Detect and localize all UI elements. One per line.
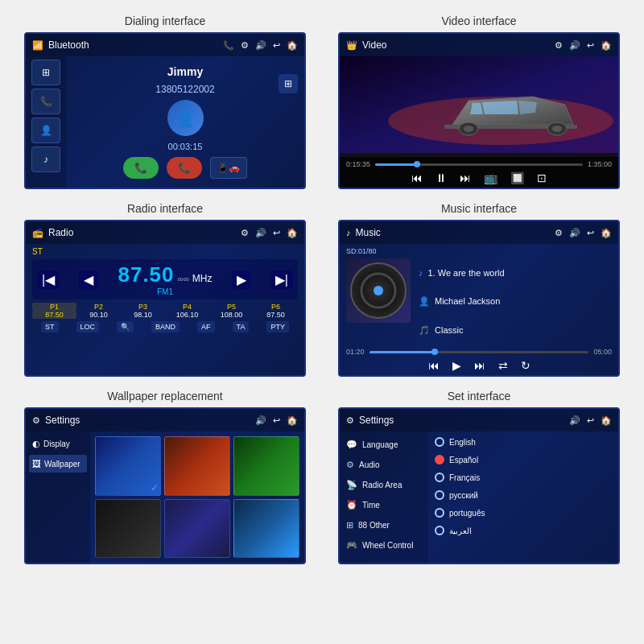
dial-keypad-btn[interactable]: ⊞ — [31, 60, 60, 85]
caller-name: Jimmy — [167, 65, 203, 78]
preset-4[interactable]: P4 106.10 — [165, 303, 209, 319]
set-wheel[interactable]: 🎮 Wheel Control — [340, 535, 428, 555]
wallpaper-back-icon[interactable]: ↩ — [273, 415, 280, 426]
keypad-toggle[interactable]: ⊞ — [279, 74, 298, 93]
music-vol-icon[interactable]: 🔊 — [569, 228, 580, 238]
radio-next[interactable]: ▶ — [232, 270, 251, 289]
transfer-button[interactable]: 📱🚗 — [210, 157, 247, 179]
display-item[interactable]: ◐ Display — [29, 435, 87, 453]
music-prev-btn[interactable]: ⏮ — [428, 359, 440, 372]
preset-1[interactable]: P1 87.50 — [32, 303, 76, 319]
preset-5-label: P5 — [209, 303, 254, 311]
preset-5-freq: 108.00 — [209, 311, 254, 319]
set-time[interactable]: ⏰ Time — [340, 495, 428, 515]
music-shuffle-btn[interactable]: ⇄ — [498, 359, 508, 372]
home-icon[interactable]: 🏠 — [287, 40, 298, 51]
video-header-icons: ⚙ 🔊 ↩ 🏠 — [555, 40, 612, 51]
option-espanol[interactable]: Español — [435, 452, 612, 467]
preset-2[interactable]: P2 90.10 — [76, 303, 121, 319]
radio-header-icons: ⚙ 🔊 ↩ 🏠 — [241, 228, 298, 238]
music-next-btn[interactable]: ⏭ — [474, 359, 485, 372]
video-eq-icon[interactable]: ⚙ — [555, 40, 563, 51]
set-other[interactable]: ⊞ 88 Other — [340, 515, 428, 535]
music-eq-icon[interactable]: ⚙ — [555, 228, 563, 238]
accept-button[interactable]: 📞 — [123, 157, 159, 179]
radio-btn-loc[interactable]: LOC — [76, 321, 100, 332]
wallpaper-thumb-3[interactable] — [233, 436, 299, 496]
eq-icon[interactable]: ⚙ — [241, 40, 249, 51]
reject-button[interactable]: 📞 — [167, 157, 202, 179]
radio-vol-icon[interactable]: 🔊 — [255, 228, 266, 238]
genre-icon: 🎵 — [419, 325, 430, 336]
other-icon: ⊞ — [346, 520, 353, 530]
radio-skip-prev[interactable]: |◀ — [37, 270, 60, 289]
set-audio[interactable]: ⚙ Audio — [340, 455, 428, 475]
volume-icon[interactable]: 🔊 — [255, 40, 266, 51]
video-pip-btn[interactable]: ⊡ — [537, 171, 547, 184]
radio-freq-row: 87.50 ∞∞ MHz — [118, 262, 212, 287]
radio-btn-search[interactable]: 🔍 — [117, 321, 134, 332]
display-label: Display — [43, 440, 70, 448]
call-icon[interactable]: 📞 — [223, 40, 234, 51]
wallpaper-thumb-2[interactable] — [164, 436, 230, 496]
back-icon[interactable]: ↩ — [273, 40, 280, 51]
music-back-icon[interactable]: ↩ — [587, 228, 594, 238]
option-russian[interactable]: русский — [435, 488, 612, 502]
option-english[interactable]: English — [435, 435, 612, 449]
radio-st: ST — [32, 247, 298, 256]
set-language[interactable]: 💬 Language — [340, 435, 428, 455]
radio-home-icon[interactable]: 🏠 — [287, 228, 298, 238]
option-portuguese[interactable]: português — [435, 506, 612, 520]
preset-5[interactable]: P5 108.00 — [209, 303, 254, 319]
video-home-icon[interactable]: 🏠 — [601, 40, 612, 51]
music-progress-bar[interactable] — [369, 351, 589, 353]
radio-content: ST |◀ ◀ 87.50 ∞∞ MHz FM1 ▶ ▶| — [26, 244, 304, 375]
video-tv-btn[interactable]: 📺 — [484, 171, 497, 184]
preset-3[interactable]: P3 98.10 — [121, 303, 165, 319]
radio-btn-af[interactable]: AF — [197, 321, 215, 332]
dial-call-btn[interactable]: 📞 — [31, 89, 60, 114]
video-vol-icon[interactable]: 🔊 — [569, 40, 580, 51]
set-home-icon[interactable]: 🏠 — [601, 415, 612, 426]
video-fullscreen-btn[interactable]: 🔲 — [510, 171, 524, 184]
video-next-btn[interactable]: ⏭ — [460, 171, 471, 184]
music-home-icon[interactable]: 🏠 — [601, 228, 612, 238]
radio-band: FM1 — [118, 287, 212, 296]
radio-skip-next[interactable]: ▶| — [270, 270, 293, 289]
option-francais[interactable]: Français — [435, 470, 612, 485]
radio-btn-ta[interactable]: TA — [233, 321, 250, 332]
wallpaper-thumb-4[interactable] — [95, 499, 161, 559]
radio-btn-band[interactable]: BAND — [151, 321, 180, 332]
radio-area-label: Radio Area — [362, 481, 402, 489]
video-progress-bar[interactable] — [375, 163, 583, 166]
radio-presets: P1 87.50 P2 90.10 P3 98.10 P4 106.10 — [32, 303, 298, 319]
radio-btn-st[interactable]: ST — [41, 321, 59, 332]
set-radio-area[interactable]: 📡 Radio Area — [340, 475, 428, 495]
dial-music-btn[interactable]: ♪ — [31, 147, 60, 172]
radio-prev[interactable]: ◀ — [79, 270, 98, 289]
radio-eq-icon[interactable]: ⚙ — [241, 228, 249, 238]
preset-4-freq: 106.10 — [165, 311, 209, 319]
wallpaper-thumb-6[interactable] — [233, 499, 299, 559]
dial-contacts-btn[interactable]: 👤 — [31, 118, 60, 143]
music-repeat-btn[interactable]: ↻ — [521, 359, 530, 372]
wallpaper-thumb-1[interactable] — [95, 436, 161, 496]
wallpaper-thumb-5[interactable] — [164, 499, 230, 559]
set-vol-icon[interactable]: 🔊 — [569, 415, 580, 426]
video-prev-btn[interactable]: ⏮ — [411, 171, 423, 184]
radio-back-icon[interactable]: ↩ — [273, 228, 280, 238]
wallpaper-home-icon[interactable]: 🏠 — [287, 415, 298, 426]
radio-btn-pty[interactable]: PTY — [266, 321, 289, 332]
radio-screen: 📻 Radio ⚙ 🔊 ↩ 🏠 ST |◀ ◀ 87.50 — [24, 220, 306, 377]
wallpaper-item[interactable]: 🖼 Wallpaper — [29, 455, 87, 473]
wallpaper-vol-icon[interactable]: 🔊 — [255, 415, 266, 426]
wallpaper-header: ⚙ Settings 🔊 ↩ 🏠 — [26, 409, 304, 431]
video-pause-btn[interactable]: ⏸ — [436, 171, 447, 184]
music-play-btn[interactable]: ▶ — [452, 359, 461, 372]
track-name: 1. We are the world — [428, 268, 505, 278]
preset-6[interactable]: P6 87.50 — [254, 303, 298, 319]
set-back-icon[interactable]: ↩ — [587, 415, 594, 426]
video-back-icon[interactable]: ↩ — [587, 40, 594, 51]
radio-header-icon: 📻 — [32, 228, 43, 238]
option-arabic[interactable]: العربية — [435, 523, 612, 538]
